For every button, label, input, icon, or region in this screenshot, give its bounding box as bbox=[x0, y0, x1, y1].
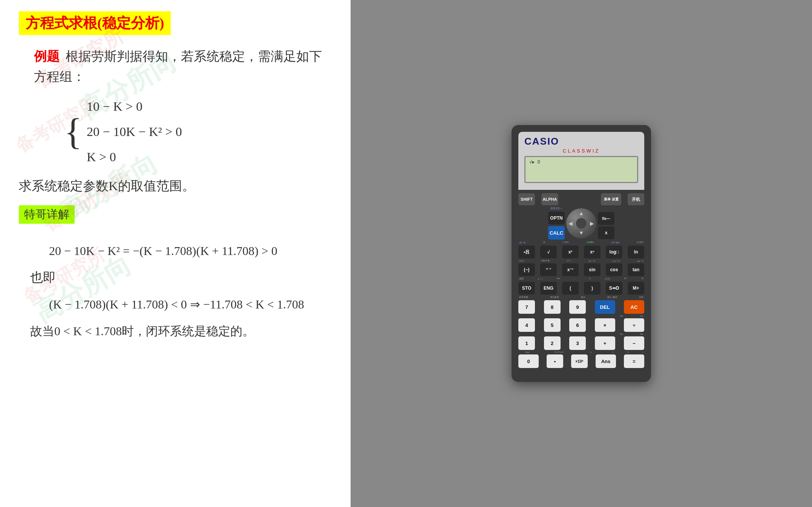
row2-sub-label: ▪吕 +R bbox=[519, 241, 526, 244]
cos-button[interactable]: cos bbox=[606, 263, 622, 276]
btn-1[interactable]: 1 bbox=[518, 336, 535, 350]
nav-ring[interactable]: ▲ ▼ ◀ ▶ bbox=[566, 208, 596, 238]
conclusion-line: 故当0 < K < 1.708时，闭环系统是稳定的。 bbox=[30, 323, 332, 340]
btn-5[interactable]: 5 bbox=[544, 318, 561, 332]
math-line-1: 20 − 10K − K² = −(K − 1.708)(K + 11.708)… bbox=[49, 239, 332, 263]
row2-sub-10m: 10ᵐ BIN bbox=[611, 241, 619, 244]
calculator: CASIO CLASSWIZ √▶ D SHIFT ALPHA 菜单 设置 开机… bbox=[512, 125, 651, 382]
label-sci: 科学常数 bbox=[519, 296, 528, 299]
math-line-2: (K − 1.708)(K + 11.708) < 0 ⇒ −11.708 < … bbox=[49, 292, 332, 316]
equals-button[interactable]: = bbox=[624, 354, 644, 368]
row3: (−) °' " x⁻¹ sin cos tan bbox=[518, 263, 644, 276]
alpha-button[interactable]: ALPHA bbox=[541, 193, 559, 205]
row-0: 0 • ×10ˣ Ans = bbox=[518, 354, 644, 368]
eq-line-1: 10 − K > 0 bbox=[87, 95, 182, 118]
nav-placeholder bbox=[565, 193, 595, 205]
description-line: 求系统稳定参数K的取值范围。 bbox=[19, 177, 332, 195]
shift-button[interactable]: SHIFT bbox=[518, 193, 535, 205]
sub-ran: Ran# Ranint bbox=[549, 351, 569, 353]
div-button[interactable]: ÷ bbox=[624, 318, 644, 332]
nav-right-arrow[interactable]: ▶ bbox=[590, 220, 594, 226]
casio-logo: CASIO bbox=[524, 136, 638, 147]
ans-button[interactable]: Ans bbox=[596, 354, 616, 368]
page-title: 方程式求根(稳定分析) bbox=[26, 15, 164, 31]
solve-label: SOLVE = bbox=[548, 207, 565, 210]
xn-button[interactable]: xⁿ bbox=[584, 246, 601, 258]
sq-button[interactable]: x² bbox=[562, 246, 579, 258]
frac-button[interactable]: f/e— bbox=[598, 212, 614, 225]
calc-button[interactable]: CALC bbox=[548, 226, 565, 240]
brace-symbol: { bbox=[64, 95, 82, 169]
mul-button[interactable]: × bbox=[595, 318, 615, 332]
label-off: 关机 bbox=[639, 296, 643, 299]
sto-button[interactable]: STO bbox=[518, 282, 535, 295]
eq-line-3: K > 0 bbox=[87, 145, 182, 168]
row2-sub-v6: √6 HEX bbox=[587, 241, 594, 244]
btn-7[interactable]: 7 bbox=[518, 300, 535, 314]
row4: STO ENG ( ) S⇔D M+ bbox=[518, 282, 644, 295]
ac-button[interactable]: AC bbox=[624, 300, 644, 314]
sub-approx: ≈ bbox=[642, 351, 643, 353]
btn-4[interactable]: 4 bbox=[518, 318, 535, 332]
classwiz-label: CLASSWIZ bbox=[524, 148, 638, 154]
right-panel: CASIO CLASSWIZ √▶ D SHIFT ALPHA 菜单 设置 开机… bbox=[351, 0, 812, 507]
log-button[interactable]: log□ bbox=[606, 246, 622, 258]
nav-down-arrow[interactable]: ▼ bbox=[579, 230, 584, 236]
example-label: 例题 bbox=[34, 49, 60, 63]
sd-button[interactable]: S⇔D bbox=[606, 282, 622, 295]
row2-sub-r5: √5 bbox=[543, 241, 545, 244]
lpar-button[interactable]: ( bbox=[562, 282, 579, 295]
plus-button[interactable]: + bbox=[595, 336, 615, 350]
label-reset: 复位 bbox=[581, 296, 585, 299]
row-789: 7 8 9 DEL AC bbox=[518, 300, 644, 314]
ln-button[interactable]: ln bbox=[628, 246, 644, 258]
btn-9[interactable]: 9 bbox=[569, 300, 586, 314]
optn-button[interactable]: OPTN bbox=[548, 212, 565, 224]
btn-3[interactable]: 3 bbox=[569, 336, 586, 350]
example-text: 根据劳斯判据得知，若系统稳定，需满足如下方程组： bbox=[34, 49, 322, 84]
calc-top: CASIO CLASSWIZ √▶ D bbox=[518, 132, 644, 190]
sub-pi: π bbox=[583, 351, 599, 353]
sqrt-button[interactable]: √ bbox=[540, 246, 557, 258]
screen-icon: √▶ D bbox=[529, 159, 540, 165]
sub-pol: Pol bbox=[620, 333, 623, 335]
row2-sub-en: eⁿ OCT bbox=[637, 241, 643, 244]
nav-center-button[interactable] bbox=[576, 218, 587, 229]
del-button[interactable]: DEL bbox=[595, 300, 615, 314]
xinv-button[interactable]: x⁻¹ bbox=[562, 263, 579, 276]
menu-button[interactable]: 菜单 设置 bbox=[601, 193, 621, 205]
sub-ncr: nCr bbox=[640, 315, 643, 317]
calc-body: SHIFT ALPHA 菜单 设置 开机 SOLVE = OPTN CALC ▲… bbox=[518, 190, 644, 371]
label-unit: 单位换算 bbox=[550, 296, 559, 299]
nav-cross-wrap: SOLVE = OPTN CALC ▲ ▼ ◀ ▶ f/e— x bbox=[518, 207, 644, 240]
sub-rnd: Rnd bbox=[519, 351, 536, 353]
mplus-button[interactable]: M+ bbox=[628, 282, 644, 295]
nav-up-arrow[interactable]: ▲ bbox=[579, 211, 584, 217]
minus-button[interactable]: − bbox=[624, 336, 644, 350]
dot-button[interactable]: • bbox=[547, 354, 563, 368]
deg-button[interactable]: °' " bbox=[540, 263, 557, 276]
power-button[interactable]: 开机 bbox=[628, 193, 644, 205]
row-456: 4 5 6 × ÷ bbox=[518, 318, 644, 332]
btn-0[interactable]: 0 bbox=[518, 354, 539, 368]
btn-8[interactable]: 8 bbox=[544, 300, 561, 314]
sub-rec: Rec bbox=[640, 333, 643, 335]
equation-system: { 10 − K > 0 20 − 10K − K² > 0 K > 0 bbox=[64, 95, 332, 169]
btn-2[interactable]: 2 bbox=[544, 336, 561, 350]
nav-left-arrow[interactable]: ◀ bbox=[568, 220, 573, 226]
top-button-row: SHIFT ALPHA 菜单 设置 开机 bbox=[518, 193, 644, 205]
tan-button[interactable]: tan bbox=[628, 263, 644, 276]
exp-button[interactable]: ×10ˣ bbox=[571, 354, 588, 368]
title-box: 方程式求根(稳定分析) bbox=[19, 11, 171, 35]
sub-e: e bbox=[613, 351, 614, 353]
left-panel: 备考研究所 备考研究所 备考研究所 备考研究所 高分所向 高分所向 高分所向 方… bbox=[0, 0, 351, 507]
btn-6[interactable]: 6 bbox=[569, 318, 586, 332]
neg-button[interactable]: (−) bbox=[518, 263, 535, 276]
x-button[interactable]: x bbox=[598, 226, 614, 239]
label-ins: 插入 撤消 bbox=[607, 296, 617, 299]
row2: ▪吕 √ x² xⁿ log□ ln bbox=[518, 246, 644, 258]
eng-button[interactable]: ENG bbox=[540, 282, 557, 295]
rpar-button[interactable]: ) bbox=[584, 282, 601, 295]
table-button[interactable]: ▪吕 bbox=[518, 246, 535, 258]
sin-button[interactable]: sin bbox=[584, 263, 601, 276]
